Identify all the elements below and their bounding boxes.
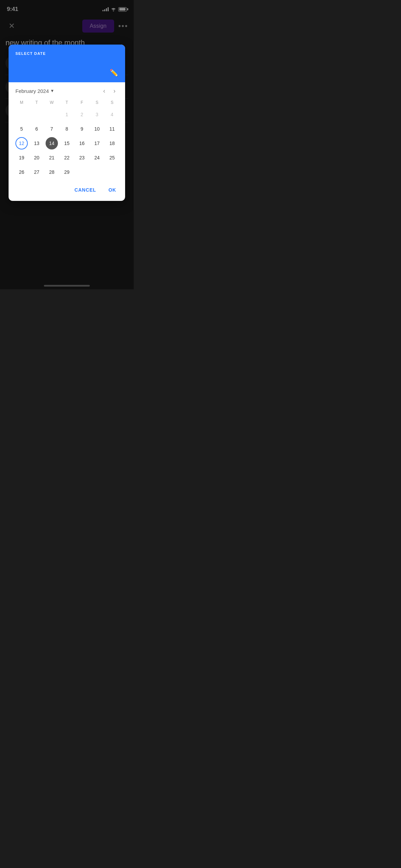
- calendar-day[interactable]: 12: [15, 137, 28, 149]
- calendar-day[interactable]: 25: [105, 151, 120, 165]
- month-selector[interactable]: February 2024 ▼: [15, 88, 54, 94]
- nav-arrows: ‹ ›: [100, 86, 118, 95]
- calendar-day[interactable]: 5: [14, 122, 29, 136]
- dropdown-icon: ▼: [50, 88, 54, 93]
- day-headers: M T W T F S S: [14, 99, 120, 106]
- calendar-day[interactable]: 26: [14, 165, 29, 179]
- calendar-day[interactable]: 2: [74, 108, 89, 121]
- calendar-day: [89, 165, 105, 179]
- calendar-day[interactable]: 6: [29, 122, 44, 136]
- calendar-day[interactable]: 4: [105, 108, 120, 121]
- day-header-sun: S: [105, 99, 120, 106]
- prev-month-button[interactable]: ‹: [100, 86, 108, 95]
- calendar-day[interactable]: 22: [59, 151, 74, 165]
- day-header-wed: W: [44, 99, 59, 106]
- overlay: SELECT DATE ✏️ February 2024 ▼ ‹ › M: [0, 0, 134, 289]
- calendar-day[interactable]: 16: [74, 136, 89, 150]
- calendar-grid: M T W T F S S 12345678910111213141516171…: [14, 99, 120, 179]
- cancel-button[interactable]: CANCEL: [70, 184, 101, 195]
- calendar-day: [105, 165, 120, 179]
- picker-header: SELECT DATE ✏️: [9, 45, 125, 82]
- picker-header-label: SELECT DATE: [15, 51, 118, 56]
- calendar-day[interactable]: 21: [44, 151, 59, 165]
- next-month-button[interactable]: ›: [111, 86, 118, 95]
- calendar-day[interactable]: 27: [29, 165, 44, 179]
- calendar-days: 1234567891011121314151617181920212223242…: [14, 108, 120, 179]
- calendar-day[interactable]: 19: [14, 151, 29, 165]
- calendar-day[interactable]: 24: [89, 151, 105, 165]
- picker-actions: CANCEL OK: [9, 182, 125, 201]
- picker-body: February 2024 ▼ ‹ › M T W T F S S: [9, 82, 125, 182]
- calendar-day[interactable]: 20: [29, 151, 44, 165]
- calendar-day[interactable]: 14: [46, 137, 58, 149]
- calendar-day: [14, 108, 29, 121]
- calendar-day: [29, 108, 44, 121]
- calendar-day: [74, 165, 89, 179]
- day-header-thu: T: [59, 99, 74, 106]
- calendar-day[interactable]: 15: [59, 136, 74, 150]
- month-nav: February 2024 ▼ ‹ ›: [14, 86, 120, 95]
- month-label: February 2024: [15, 88, 49, 94]
- calendar-day[interactable]: 17: [89, 136, 105, 150]
- day-header-tue: T: [29, 99, 44, 106]
- day-header-fri: F: [74, 99, 89, 106]
- calendar-day[interactable]: 23: [74, 151, 89, 165]
- calendar-day[interactable]: 29: [59, 165, 74, 179]
- calendar-day[interactable]: 28: [44, 165, 59, 179]
- date-picker-dialog: SELECT DATE ✏️ February 2024 ▼ ‹ › M: [9, 45, 125, 201]
- calendar-day[interactable]: 10: [89, 122, 105, 136]
- day-header-mon: M: [14, 99, 29, 106]
- calendar-day[interactable]: 9: [74, 122, 89, 136]
- calendar-day: [44, 108, 59, 121]
- calendar-day[interactable]: 11: [105, 122, 120, 136]
- edit-icon[interactable]: ✏️: [110, 69, 118, 77]
- calendar-day[interactable]: 8: [59, 122, 74, 136]
- calendar-day[interactable]: 7: [44, 122, 59, 136]
- calendar-day[interactable]: 1: [59, 108, 74, 121]
- day-header-sat: S: [89, 99, 105, 106]
- calendar-day[interactable]: 13: [29, 136, 44, 150]
- calendar-day[interactable]: 18: [105, 136, 120, 150]
- ok-button[interactable]: OK: [104, 184, 121, 195]
- calendar-day[interactable]: 3: [89, 108, 105, 121]
